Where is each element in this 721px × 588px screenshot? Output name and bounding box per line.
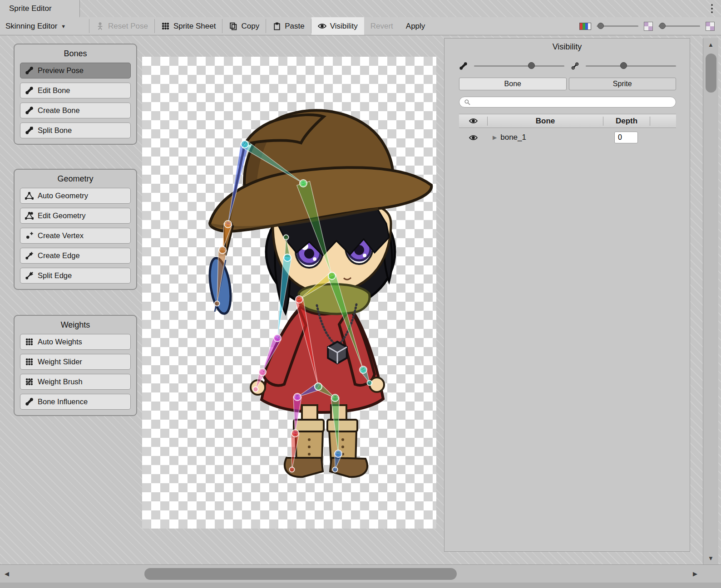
split-bone-label: Split Bone bbox=[38, 126, 72, 135]
search-box[interactable] bbox=[459, 97, 676, 108]
split-bone-button[interactable]: Split Bone bbox=[20, 122, 131, 138]
checker-icon bbox=[706, 22, 715, 31]
tab-sprite-editor[interactable]: Sprite Editor bbox=[0, 0, 80, 17]
edit-bone-label: Edit Bone bbox=[38, 86, 70, 95]
bone-opacity-knob[interactable] bbox=[528, 62, 535, 69]
geometry-panel: Geometry Auto Geometry Edit Geometry Cre… bbox=[14, 169, 137, 290]
copy-pages-icon bbox=[229, 22, 237, 30]
weights-panel-title: Weights bbox=[20, 320, 131, 330]
sprite-opacity-slider[interactable] bbox=[586, 65, 676, 67]
sprite-opacity-knob[interactable] bbox=[620, 62, 627, 69]
visibility-panel-title: Visibility bbox=[444, 42, 690, 52]
reset-pose-button[interactable]: Reset Pose bbox=[89, 17, 154, 35]
alpha-slider[interactable] bbox=[597, 25, 638, 27]
preview-pose-button[interactable]: Preview Pose bbox=[20, 63, 131, 78]
edit-geometry-label: Edit Geometry bbox=[38, 211, 85, 220]
copy-label: Copy bbox=[241, 22, 259, 31]
visibility-sliders bbox=[459, 62, 676, 70]
sprite-canvas[interactable] bbox=[142, 57, 436, 529]
bone-table-header: Bone Depth bbox=[459, 114, 676, 128]
skinning-editor-dropdown[interactable]: Skinning Editor ▼ bbox=[0, 17, 89, 35]
horizontal-scrollbar[interactable]: ◀ ▶ bbox=[0, 564, 721, 583]
color-swatch-icon[interactable] bbox=[579, 22, 591, 30]
alpha-slider-knob[interactable] bbox=[598, 23, 604, 29]
edge-split-icon bbox=[25, 271, 34, 280]
bones-panel-title: Bones bbox=[20, 49, 131, 59]
reset-pose-label: Reset Pose bbox=[108, 22, 148, 31]
auto-geometry-button[interactable]: Auto Geometry bbox=[20, 188, 131, 204]
bone-name: bone_1 bbox=[500, 133, 526, 142]
copy-button[interactable]: Copy bbox=[222, 17, 266, 35]
apply-button[interactable]: Apply bbox=[400, 17, 432, 35]
revert-label: Revert bbox=[370, 22, 393, 31]
bone-table-row[interactable]: ▶ bone_1 bbox=[459, 129, 676, 146]
weight-slider-label: Weight Slider bbox=[38, 358, 82, 366]
visibility-button[interactable]: Visibility bbox=[311, 17, 364, 35]
kebab-menu-icon[interactable] bbox=[710, 3, 714, 14]
weight-brush-label: Weight Brush bbox=[38, 377, 83, 386]
vertical-scrollbar[interactable]: ▲ ▼ bbox=[703, 38, 718, 564]
create-vertex-label: Create Vertex bbox=[38, 231, 84, 240]
row-eye-icon[interactable] bbox=[469, 133, 478, 142]
visibility-panel: Visibility Bone Sprite Bone Depth ▶ bone… bbox=[444, 38, 690, 552]
split-edge-button[interactable]: Split Edge bbox=[20, 268, 131, 284]
auto-weights-button[interactable]: Auto Weights bbox=[20, 334, 131, 350]
bone-column-header: Bone bbox=[488, 117, 603, 126]
edit-geometry-button[interactable]: Edit Geometry bbox=[20, 208, 131, 224]
scroll-up-button[interactable]: ▲ bbox=[703, 38, 718, 51]
weight-slider-button[interactable]: Weight Slider bbox=[20, 354, 131, 370]
search-input[interactable] bbox=[474, 98, 671, 106]
bone-influence-button[interactable]: Bone Influence bbox=[20, 394, 131, 410]
toolbar-right-controls bbox=[579, 17, 721, 35]
create-edge-button[interactable]: Create Edge bbox=[20, 248, 131, 264]
bone-influence-label: Bone Influence bbox=[38, 397, 88, 406]
sprite-sheet-label: Sprite Sheet bbox=[173, 22, 216, 31]
scroll-left-icon: ◀ bbox=[5, 570, 9, 577]
paste-button[interactable]: Paste bbox=[266, 17, 311, 35]
skinning-editor-label: Skinning Editor bbox=[5, 22, 57, 31]
visibility-tabs: Bone Sprite bbox=[459, 78, 676, 90]
depth-input[interactable] bbox=[614, 132, 638, 143]
vertex-plus-icon bbox=[25, 231, 34, 240]
create-vertex-button[interactable]: Create Vertex bbox=[20, 228, 131, 244]
clipboard-icon bbox=[272, 22, 281, 30]
scroll-left-button[interactable]: ◀ bbox=[0, 565, 14, 583]
bone-opacity-slider[interactable] bbox=[474, 65, 564, 67]
mannequin-icon bbox=[96, 22, 104, 30]
edit-bone-button[interactable]: Edit Bone bbox=[20, 83, 131, 98]
weight-brush-button[interactable]: Weight Brush bbox=[20, 374, 131, 390]
disclosure-triangle-icon[interactable]: ▶ bbox=[493, 134, 497, 141]
scroll-up-icon: ▲ bbox=[708, 41, 714, 48]
vertical-scroll-thumb[interactable] bbox=[706, 54, 716, 93]
tab-sprite[interactable]: Sprite bbox=[569, 78, 677, 90]
scroll-right-button[interactable]: ▶ bbox=[688, 565, 702, 583]
visibility-label: Visibility bbox=[330, 22, 358, 31]
apply-label: Apply bbox=[406, 22, 425, 31]
create-bone-button[interactable]: Create Bone bbox=[20, 103, 131, 118]
sprite-sheet-button[interactable]: Sprite Sheet bbox=[155, 17, 222, 35]
toolbar: Skinning Editor ▼ Reset Pose Sprite Shee… bbox=[0, 17, 721, 35]
search-icon bbox=[464, 99, 471, 106]
dots-grid-icon bbox=[161, 22, 170, 30]
auto-geometry-label: Auto Geometry bbox=[38, 191, 88, 200]
horizontal-scroll-thumb[interactable] bbox=[144, 568, 457, 580]
brightness-slider[interactable] bbox=[658, 25, 700, 27]
window-bottom-edge bbox=[0, 583, 721, 588]
revert-button[interactable]: Revert bbox=[364, 17, 400, 35]
scroll-down-button[interactable]: ▼ bbox=[703, 552, 718, 564]
bone-edit-icon bbox=[25, 86, 34, 95]
brightness-slider-knob[interactable] bbox=[659, 23, 666, 29]
bone-outline-icon bbox=[571, 62, 579, 70]
auto-weights-label: Auto Weights bbox=[38, 338, 82, 346]
edge-plus-icon bbox=[25, 251, 34, 260]
tab-bone[interactable]: Bone bbox=[459, 78, 567, 90]
dots-slider-icon bbox=[25, 358, 34, 366]
create-bone-label: Create Bone bbox=[38, 106, 80, 115]
eye-column-icon[interactable] bbox=[469, 117, 478, 125]
create-edge-label: Create Edge bbox=[38, 251, 80, 260]
eye-icon bbox=[318, 22, 326, 30]
tab-sprite-editor-label: Sprite Editor bbox=[9, 4, 52, 13]
tab-sprite-label: Sprite bbox=[613, 80, 632, 88]
skeleton-overlay[interactable] bbox=[142, 57, 436, 529]
dots-auto-icon bbox=[25, 338, 34, 346]
